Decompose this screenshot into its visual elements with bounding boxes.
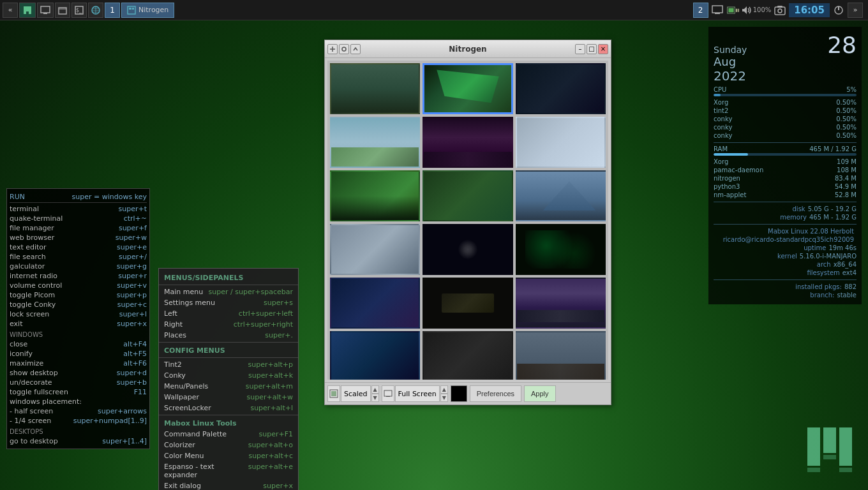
wallpaper-16[interactable] — [330, 331, 420, 380]
wallpaper-13[interactable] — [330, 278, 420, 329]
shortcut-galculator[interactable]: galculatorsuper+g — [10, 262, 147, 271]
menu-espanso[interactable]: Espanso - text expander super+alt+e — [159, 461, 298, 480]
mode-arrow-down[interactable]: ▼ — [371, 394, 379, 402]
shortcut-quake[interactable]: quake-terminalctrl+~ — [10, 214, 147, 223]
shortcut-terminal[interactable]: terminalsuper+t — [10, 204, 147, 214]
color-picker[interactable] — [451, 385, 467, 402]
menu-screenlocker[interactable]: ScreenLocker super+alt+l — [159, 403, 298, 413]
arch-value: x86_64 — [834, 261, 857, 268]
menu-color-menu[interactable]: Color Menu super+alt+c — [159, 450, 298, 461]
wallpaper-1[interactable] — [330, 63, 420, 114]
window-minimize-btn[interactable]: – — [575, 44, 585, 54]
ram-python3: python354.9 M — [714, 182, 857, 191]
shortcut-half[interactable]: - half screensuper+arrows — [10, 406, 147, 416]
taskbar-browser-icon[interactable] — [88, 3, 103, 18]
menu-tint2[interactable]: Tint2 super+alt+p — [159, 359, 298, 370]
menu-right[interactable]: Right ctrl+super+right — [159, 319, 298, 330]
shortcut-filesearch[interactable]: file searchsuper+/ — [10, 252, 147, 262]
wallpaper-14[interactable] — [423, 278, 513, 329]
mode-select[interactable]: Scaled — [341, 385, 371, 402]
shortcut-webbrowser[interactable]: web browsersuper+w — [10, 233, 147, 242]
menu-left[interactable]: Left ctrl+super+left — [159, 308, 298, 319]
wallpaper-15[interactable] — [516, 278, 606, 329]
screen-arrows[interactable]: ▲ ▼ — [440, 385, 448, 402]
wallpaper-8[interactable] — [423, 170, 513, 221]
tray-camera-icon[interactable] — [774, 4, 786, 17]
menu-conky[interactable]: Conky super+alt+k — [159, 370, 298, 381]
apply-button[interactable]: Apply — [524, 385, 556, 402]
shortcut-showdesktop[interactable]: show desktopsuper+d — [10, 368, 147, 378]
menu-command-palette[interactable]: Command Palette super+F1 — [159, 429, 298, 440]
taskbar-manjaro-icon[interactable] — [19, 3, 36, 18]
tray-screen-icon[interactable] — [711, 4, 724, 17]
preferences-button[interactable]: Preferences — [470, 385, 521, 402]
wallpaper-7[interactable] — [330, 170, 420, 221]
disk-info: disk 5.05 G - 19.2 G — [714, 205, 857, 213]
taskbar-terminal-icon[interactable]: $_ — [71, 3, 87, 18]
window-ctrl-1[interactable] — [327, 44, 338, 54]
wallpaper-5[interactable] — [423, 117, 513, 168]
taskbar-screen-icon[interactable] — [37, 3, 54, 18]
svg-rect-1 — [26, 6, 29, 11]
menu-settings-menu[interactable]: Settings menu super+s — [159, 297, 298, 308]
sysinfo-weekday: Sunday — [714, 45, 747, 55]
screen-select[interactable]: Full Screen — [395, 385, 440, 402]
shortcut-fullscreen[interactable]: toggle fullscreenF11 — [10, 387, 147, 397]
menu-exit-dialog[interactable]: Exit dialog super+x — [159, 480, 298, 490]
shortcut-iconify[interactable]: iconifyalt+F5 — [10, 349, 147, 359]
shortcut-volume[interactable]: volume controlsuper+v — [10, 281, 147, 290]
window-ctrl-up[interactable] — [350, 44, 361, 54]
shortcut-close[interactable]: closealt+F4 — [10, 339, 147, 349]
taskbar-files-icon[interactable] — [55, 3, 70, 18]
taskbar-arrow-right[interactable]: » — [848, 3, 863, 18]
screen-arrow-up[interactable]: ▲ — [440, 385, 448, 394]
shortcut-conky[interactable]: toggle Conkysuper+c — [10, 300, 147, 309]
window-maximize-btn[interactable]: □ — [587, 44, 597, 54]
menu-panels[interactable]: Menu/Panels super+alt+m — [159, 381, 298, 392]
menu-wallpaper[interactable]: Wallpaper super+alt+w — [159, 392, 298, 403]
screen-arrow-down[interactable]: ▼ — [440, 394, 448, 402]
process-tint2: tint20.50% — [714, 107, 857, 115]
screen-select-label: Full Screen — [398, 390, 437, 398]
workspace-1-btn[interactable]: 1 — [105, 3, 120, 18]
wallpaper-3[interactable] — [516, 63, 606, 114]
window-ctrl-2[interactable] — [339, 44, 349, 54]
shortcut-exit[interactable]: exitsuper+x — [10, 319, 147, 329]
wallpaper-11[interactable] — [423, 224, 513, 275]
sysinfo-divider-2 — [714, 202, 857, 202]
menu-main-menu[interactable]: Main menu super / super+spacebar — [159, 286, 298, 297]
shortcut-picom[interactable]: toggle Picomsuper+p — [10, 290, 147, 300]
mode-arrows[interactable]: ▲ ▼ — [371, 385, 379, 402]
shortcut-goto[interactable]: go to desktopsuper+[1..4] — [10, 436, 147, 446]
menu-places[interactable]: Places super+. — [159, 330, 298, 341]
shortcut-texteditor[interactable]: text editorsuper+e — [10, 242, 147, 252]
shortcut-decorate[interactable]: un/decoratesuper+b — [10, 378, 147, 387]
shortcut-maximize[interactable]: maximizealt+F6 — [10, 359, 147, 368]
nitrogen-taskbar-app[interactable]: Nitrogen — [121, 3, 174, 18]
mode-select-wrapper[interactable]: Scaled ▲ ▼ — [327, 385, 379, 402]
wallpaper-4[interactable] — [330, 117, 420, 168]
taskbar-arrow-left[interactable]: « — [3, 3, 18, 18]
volume-control[interactable]: 100% — [742, 6, 772, 15]
window-close-btn[interactable]: × — [598, 44, 608, 54]
svg-text:▮▮: ▮▮ — [735, 8, 739, 13]
wallpaper-grid[interactable] — [327, 61, 608, 380]
wallpaper-6[interactable] — [516, 117, 606, 168]
wallpaper-18[interactable] — [516, 331, 606, 380]
workspace-2-btn[interactable]: 2 — [693, 3, 708, 18]
screen-select-wrapper[interactable]: Full Screen ▲ ▼ — [382, 385, 448, 402]
shortcut-quarter[interactable]: - 1/4 screensuper+numpad[1..9] — [10, 416, 147, 426]
window-titlebar[interactable]: Nitrogen – □ × — [325, 40, 611, 58]
tray-power-icon[interactable] — [832, 4, 845, 17]
shortcut-radio[interactable]: internet radiosuper+r — [10, 271, 147, 281]
mode-arrow-up[interactable]: ▲ — [371, 385, 379, 394]
menu-colorizer[interactable]: Colorizer super+alt+o — [159, 440, 298, 450]
shortcut-filemanager[interactable]: file managersuper+f — [10, 223, 147, 233]
wallpaper-9[interactable] — [516, 170, 606, 221]
wallpaper-10[interactable] — [330, 224, 420, 275]
distro-label: Mabox Linux 22.08 Herbolt — [768, 228, 854, 235]
shortcut-lock[interactable]: lock screensuper+l — [10, 309, 147, 319]
wallpaper-2[interactable] — [423, 63, 513, 114]
wallpaper-17[interactable] — [423, 331, 513, 380]
wallpaper-12[interactable] — [516, 224, 606, 275]
